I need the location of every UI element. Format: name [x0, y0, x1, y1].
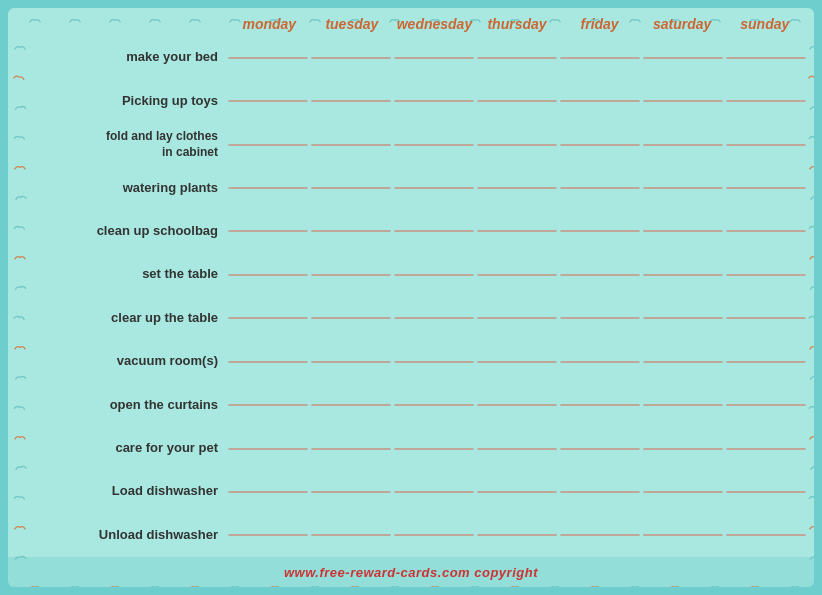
- chore-cell[interactable]: [228, 100, 308, 102]
- task-cells: [228, 185, 806, 191]
- chore-cell[interactable]: [726, 57, 806, 59]
- chore-cell[interactable]: [228, 274, 308, 276]
- chore-cell[interactable]: [394, 187, 474, 189]
- chore-cell[interactable]: [477, 404, 557, 406]
- chore-cell[interactable]: [228, 404, 308, 406]
- chore-cell[interactable]: [311, 404, 391, 406]
- chore-cell[interactable]: [228, 187, 308, 189]
- chore-cell[interactable]: [560, 317, 640, 319]
- task-row: clear up the table: [8, 297, 806, 340]
- chore-cell[interactable]: [477, 448, 557, 450]
- chore-cell[interactable]: [477, 100, 557, 102]
- chore-cell[interactable]: [726, 534, 806, 536]
- chore-cell[interactable]: [311, 448, 391, 450]
- task-row: Load dishwasher: [8, 470, 806, 513]
- chore-cell[interactable]: [726, 100, 806, 102]
- chore-cell[interactable]: [726, 491, 806, 493]
- chore-cell[interactable]: [726, 361, 806, 363]
- chore-cell[interactable]: [228, 534, 308, 536]
- chore-cell[interactable]: [477, 187, 557, 189]
- chore-cell[interactable]: [643, 144, 723, 146]
- task-label: clean up schoolbag: [8, 223, 228, 240]
- chore-cell[interactable]: [726, 274, 806, 276]
- chore-cell[interactable]: [394, 491, 474, 493]
- chore-cell[interactable]: [726, 144, 806, 146]
- chore-cell[interactable]: [228, 144, 308, 146]
- chore-cell[interactable]: [311, 491, 391, 493]
- chore-cell[interactable]: [560, 230, 640, 232]
- task-cells: [228, 55, 806, 61]
- chore-cell[interactable]: [560, 361, 640, 363]
- chore-cell[interactable]: [394, 448, 474, 450]
- task-cells: [228, 228, 806, 234]
- chore-cell[interactable]: [228, 230, 308, 232]
- chore-cell[interactable]: [643, 534, 723, 536]
- chore-cell[interactable]: [477, 57, 557, 59]
- days-header: mondaytuesdaywednesdaythursdayfridaysatu…: [228, 8, 806, 36]
- task-row: clean up schoolbag: [8, 210, 806, 253]
- chore-cell[interactable]: [560, 534, 640, 536]
- chore-cell[interactable]: [643, 317, 723, 319]
- task-cells: [228, 272, 806, 278]
- chore-cell[interactable]: [311, 274, 391, 276]
- chore-cell[interactable]: [394, 230, 474, 232]
- chore-cell[interactable]: [394, 361, 474, 363]
- chore-cell[interactable]: [311, 57, 391, 59]
- chore-cell[interactable]: [228, 448, 308, 450]
- chore-cell[interactable]: [394, 274, 474, 276]
- task-cells: [228, 315, 806, 321]
- chore-cell[interactable]: [477, 491, 557, 493]
- chore-cell[interactable]: [477, 144, 557, 146]
- chore-cell[interactable]: [560, 274, 640, 276]
- chore-cell[interactable]: [311, 144, 391, 146]
- chore-cell[interactable]: [394, 100, 474, 102]
- chore-cell[interactable]: [643, 404, 723, 406]
- chore-cell[interactable]: [560, 491, 640, 493]
- chore-cell[interactable]: [228, 361, 308, 363]
- chore-cell[interactable]: [477, 534, 557, 536]
- chore-cell[interactable]: [311, 534, 391, 536]
- chore-cell[interactable]: [394, 317, 474, 319]
- chore-cell[interactable]: [726, 187, 806, 189]
- chore-cell[interactable]: [726, 317, 806, 319]
- chore-cell[interactable]: [394, 57, 474, 59]
- chore-cell[interactable]: [477, 274, 557, 276]
- chore-cell[interactable]: [560, 448, 640, 450]
- chore-cell[interactable]: [643, 230, 723, 232]
- task-cells: [228, 532, 806, 538]
- chore-cell[interactable]: [560, 404, 640, 406]
- chore-cell[interactable]: [228, 57, 308, 59]
- chore-cell[interactable]: [560, 144, 640, 146]
- chore-cell[interactable]: [560, 57, 640, 59]
- chore-cell[interactable]: [643, 491, 723, 493]
- chore-cell[interactable]: [311, 317, 391, 319]
- chore-cell[interactable]: [477, 317, 557, 319]
- chore-cell[interactable]: [228, 491, 308, 493]
- chore-cell[interactable]: [394, 404, 474, 406]
- chore-cell[interactable]: [726, 404, 806, 406]
- task-row: Picking up toys: [8, 79, 806, 122]
- chore-cell[interactable]: [311, 230, 391, 232]
- chore-cell[interactable]: [311, 187, 391, 189]
- chore-cell[interactable]: [643, 57, 723, 59]
- chore-cell[interactable]: [311, 100, 391, 102]
- chore-cell[interactable]: [394, 144, 474, 146]
- chore-cell[interactable]: [560, 100, 640, 102]
- chore-cell[interactable]: [643, 448, 723, 450]
- chore-cell[interactable]: [394, 534, 474, 536]
- chore-cell[interactable]: [477, 361, 557, 363]
- chore-cell[interactable]: [643, 187, 723, 189]
- chore-cell[interactable]: [643, 274, 723, 276]
- day-header-tuesday: tuesday: [311, 16, 394, 32]
- chore-cell[interactable]: [726, 230, 806, 232]
- day-header-saturday: saturday: [641, 16, 724, 32]
- chore-cell[interactable]: [726, 448, 806, 450]
- chore-cell[interactable]: [643, 361, 723, 363]
- chore-cell[interactable]: [643, 100, 723, 102]
- chore-cell[interactable]: [311, 361, 391, 363]
- chore-cell[interactable]: [477, 230, 557, 232]
- task-label: watering plants: [8, 180, 228, 197]
- chore-cell[interactable]: [228, 317, 308, 319]
- chore-cell[interactable]: [560, 187, 640, 189]
- footer-text: www.free-reward-cards.com copyright: [284, 565, 538, 580]
